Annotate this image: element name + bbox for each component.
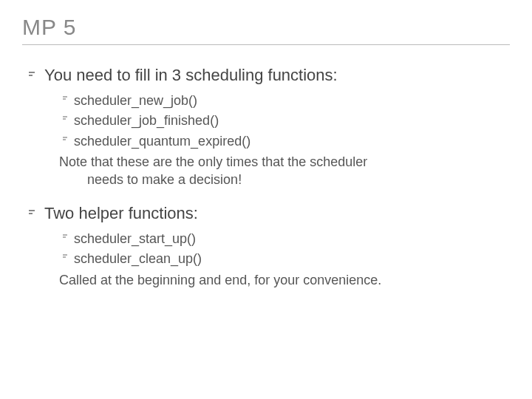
slide-title: MP 5: [22, 15, 510, 45]
list-item-text: scheduler_job_finished(): [74, 112, 219, 129]
bullet-icon: [59, 112, 74, 121]
list-item: scheduler_quantum_expired(): [44, 133, 510, 150]
list-item: scheduler_start_up(): [44, 231, 510, 248]
section-note: Called at the beginning and end, for you…: [44, 271, 510, 289]
bullet-icon: [59, 133, 74, 142]
bullet-icon: [59, 231, 74, 239]
section-body: Two helper functions: scheduler_start_up…: [44, 204, 510, 289]
section-note: Note that these are the only times that …: [44, 153, 510, 189]
list-item: scheduler_new_job(): [44, 92, 510, 109]
list-item: scheduler_clean_up(): [44, 250, 510, 267]
bullet-icon: [22, 204, 44, 289]
section: You need to fill in 3 scheduling functio…: [22, 66, 510, 189]
bullet-icon: [59, 92, 74, 101]
section-heading: You need to fill in 3 scheduling functio…: [44, 66, 510, 85]
section: Two helper functions: scheduler_start_up…: [22, 204, 510, 289]
list-item-text: scheduler_quantum_expired(): [74, 133, 250, 150]
list-item-text: scheduler_clean_up(): [74, 250, 202, 267]
list-item-text: scheduler_new_job(): [74, 92, 197, 109]
section-body: You need to fill in 3 scheduling functio…: [44, 66, 510, 189]
list-item-text: scheduler_start_up(): [74, 231, 196, 248]
list-item: scheduler_job_finished(): [44, 112, 510, 129]
section-heading: Two helper functions:: [44, 204, 510, 223]
bullet-icon: [22, 66, 44, 189]
bullet-icon: [59, 250, 74, 259]
